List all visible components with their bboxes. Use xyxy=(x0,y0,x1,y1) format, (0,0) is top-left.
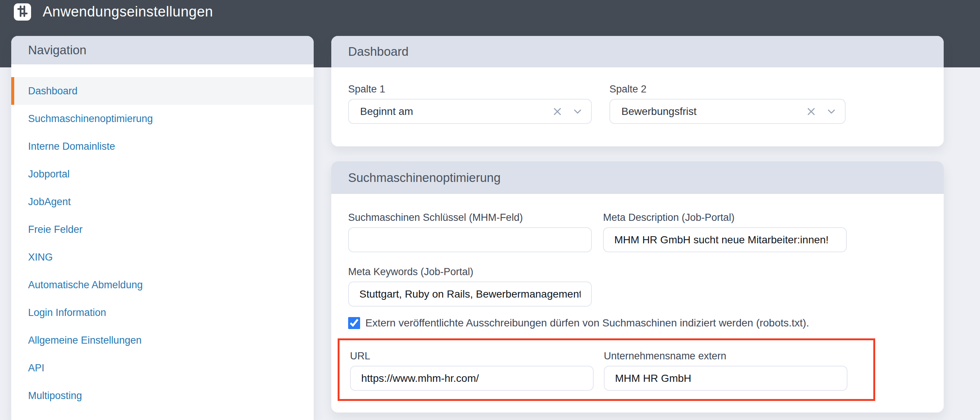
main-content: Dashboard Spalte 1 Beginnt am xyxy=(331,36,944,412)
meta-description-input[interactable] xyxy=(603,227,847,252)
navigation-panel-header: Navigation xyxy=(11,36,314,64)
vertical-sliders-icon xyxy=(16,5,29,19)
unternehmensname-extern-field: Unternehmensname extern xyxy=(604,350,848,391)
app-icon-badge xyxy=(14,3,31,21)
url-field: URL xyxy=(350,350,594,391)
url-label: URL xyxy=(350,350,594,362)
dashboard-section-header: Dashboard xyxy=(331,36,944,67)
dashboard-section: Dashboard Spalte 1 Beginnt am xyxy=(331,36,944,146)
chevron-down-icon[interactable] xyxy=(572,105,584,118)
dashboard-section-body: Spalte 1 Beginnt am xyxy=(331,67,944,146)
seo-section-body: Suchmaschinen Schlüssel (MHM-Feld) Meta … xyxy=(331,194,944,410)
sidebar-item-jobportal[interactable]: Jobportal xyxy=(11,160,314,188)
navigation-panel: Navigation Dashboard Suchmaschinenoptimi… xyxy=(11,36,314,420)
suchmaschinen-schluessel-input[interactable] xyxy=(348,227,592,252)
spalte1-select[interactable]: Beginnt am xyxy=(348,99,592,124)
sidebar-item-jobagent[interactable]: JobAgent xyxy=(11,188,314,216)
sidebar-item-suchmaschinenoptimierung[interactable]: Suchmaschinenoptimierung xyxy=(11,105,314,132)
url-input[interactable] xyxy=(350,366,594,391)
clear-icon[interactable] xyxy=(805,105,817,118)
meta-keywords-input[interactable] xyxy=(348,282,592,307)
dashboard-section-title: Dashboard xyxy=(348,45,408,59)
sidebar-item-multiposting[interactable]: Multiposting xyxy=(11,382,314,409)
suchmaschinen-schluessel-field: Suchmaschinen Schlüssel (MHM-Feld) xyxy=(348,212,592,252)
spalte2-selected-value: Bewerbungsfrist xyxy=(621,105,697,118)
spalte1-label: Spalte 1 xyxy=(348,83,592,95)
spalte1-field: Spalte 1 Beginnt am xyxy=(348,83,592,124)
page-title: Anwendungseinstellungen xyxy=(43,2,213,21)
sidebar-item-freie-felder[interactable]: Freie Felder xyxy=(11,216,314,243)
unternehmensname-extern-label: Unternehmensname extern xyxy=(604,350,848,362)
sidebar-item-xing[interactable]: XING xyxy=(11,243,314,271)
spalte2-field: Spalte 2 Bewerbungsfrist xyxy=(609,83,846,124)
robots-checkbox-label: Extern veröffentlichte Ausschreibungen d… xyxy=(365,317,809,329)
spalte1-selected-value: Beginnt am xyxy=(360,105,413,118)
sidebar-item-login-information[interactable]: Login Information xyxy=(11,299,314,326)
sidebar-item-allgemeine-einstellungen[interactable]: Allgemeine Einstellungen xyxy=(11,326,314,354)
clear-icon[interactable] xyxy=(551,105,563,118)
meta-keywords-label: Meta Keywords (Job-Portal) xyxy=(348,266,592,278)
spalte2-select[interactable]: Bewerbungsfrist xyxy=(609,99,846,124)
sidebar-item-automatische-abmeldung[interactable]: Automatische Abmeldung xyxy=(11,271,314,299)
navigation-list: Dashboard Suchmaschinenoptimierung Inter… xyxy=(11,64,314,409)
sidebar-item-api[interactable]: API xyxy=(11,354,314,382)
navigation-panel-title: Navigation xyxy=(28,43,86,57)
robots-checkbox-row: Extern veröffentlichte Ausschreibungen d… xyxy=(348,317,927,329)
seo-section: Suchmaschinenoptimierung Suchmaschinen S… xyxy=(331,161,944,412)
chevron-down-icon[interactable] xyxy=(826,105,837,118)
meta-keywords-field: Meta Keywords (Job-Portal) xyxy=(348,266,592,307)
meta-description-label: Meta Description (Job-Portal) xyxy=(603,212,847,223)
spalte2-label: Spalte 2 xyxy=(609,83,846,95)
meta-description-field: Meta Description (Job-Portal) xyxy=(603,212,847,252)
robots-checkbox[interactable] xyxy=(348,317,360,329)
seo-section-header: Suchmaschinenoptimierung xyxy=(331,161,944,194)
suchmaschinen-schluessel-label: Suchmaschinen Schlüssel (MHM-Feld) xyxy=(348,212,592,223)
annotation-highlight-box: URL Unternehmensname extern xyxy=(338,338,875,401)
unternehmensname-extern-input[interactable] xyxy=(604,366,848,391)
sidebar-item-interne-domainliste[interactable]: Interne Domainliste xyxy=(11,132,314,160)
seo-section-title: Suchmaschinenoptimierung xyxy=(348,171,501,185)
sidebar-item-dashboard[interactable]: Dashboard xyxy=(11,77,314,105)
